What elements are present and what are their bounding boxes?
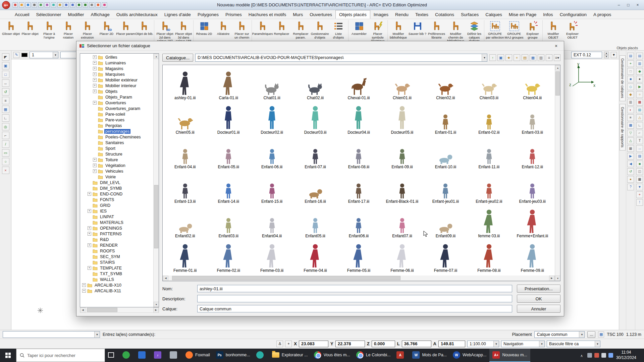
menu-item[interactable]: Textes	[412, 10, 432, 19]
tree-item[interactable]: + Ouvertures	[80, 100, 153, 106]
text-icon[interactable]: T	[636, 137, 643, 144]
tree-item[interactable]: Objets_Param	[80, 94, 153, 100]
menu-item[interactable]: Rendu	[392, 10, 412, 19]
options-icon[interactable]: ●	[627, 176, 634, 183]
network-icon[interactable]	[608, 353, 613, 358]
tree-item[interactable]: Sport	[80, 145, 153, 151]
ext-field[interactable]: EXT 0.12	[571, 52, 602, 58]
expander-icon[interactable]: +	[93, 158, 97, 162]
undo-icon[interactable]	[64, 2, 69, 7]
scroll-right-icon[interactable]: ▶	[549, 276, 554, 281]
view-3d-icon[interactable]: ◆	[636, 68, 643, 75]
zoom-extents-icon[interactable]: □	[2, 71, 9, 78]
chevron-down-icon[interactable]: ▾	[94, 331, 100, 338]
expander-icon[interactable]: +	[82, 289, 86, 293]
catalog-file[interactable]: Enfant-15.iii	[250, 170, 293, 204]
report-icon[interactable]: ▦	[627, 145, 634, 152]
help-icon[interactable]: ?	[627, 184, 634, 190]
catalog-file[interactable]: Enfant-13.iii	[163, 170, 207, 204]
tree-item[interactable]: personnages	[80, 128, 153, 134]
ribbon-button[interactable]: Remplacer	[272, 20, 291, 43]
ortho-icon[interactable]: ∟	[2, 114, 9, 122]
ribbon-button[interactable]: Placer objet 2d dans calque 187	[155, 20, 174, 43]
tree-item[interactable]: Pare-vues	[80, 117, 153, 123]
layer-off-icon[interactable]: □	[627, 68, 634, 75]
expander-icon[interactable]: +	[93, 84, 97, 87]
catalog-file[interactable]: Femme-06.iii	[380, 239, 424, 274]
osnap-icon[interactable]: ◎	[2, 123, 9, 130]
taskbar-app-button[interactable]: W WebAcapp...	[450, 349, 489, 362]
catalog-file[interactable]: Enfant-08.iii	[337, 135, 380, 170]
catalog-file[interactable]: Femme-02.iii	[207, 239, 250, 274]
catalog-file[interactable]: Docteur03.iii	[293, 101, 337, 135]
presentation-button[interactable]: Présentation...	[517, 285, 560, 293]
tree-item[interactable]: + Vehicules	[80, 168, 153, 174]
ribbon-button[interactable]: Définir les calques d'objets simples	[465, 20, 484, 43]
menu-item[interactable]: Hachures et motifs	[245, 10, 290, 19]
expander-icon[interactable]: +	[93, 61, 97, 65]
catalog-file[interactable]: Docteur02.iii	[250, 101, 293, 135]
tree-item[interactable]: Sanitaires	[80, 140, 153, 145]
expander-icon[interactable]: +	[93, 169, 97, 173]
catalog-file[interactable]: ashley-01.iii	[163, 66, 207, 101]
catalog-file[interactable]: Enfant07.iii	[380, 204, 424, 239]
expander-icon[interactable]: +	[93, 164, 97, 167]
import-icon[interactable]: ◀	[627, 161, 634, 167]
regen-icon[interactable]: ↺	[2, 88, 9, 96]
ribbon-button[interactable]: Placer symbole électrique	[369, 20, 388, 43]
current-color-swatch[interactable]	[21, 53, 28, 57]
tree-item[interactable]: + Magasins	[80, 66, 153, 71]
lock-layer-icon[interactable]: ◆	[627, 91, 634, 98]
catalog-file[interactable]: Cheval-01.i­ii	[337, 66, 380, 101]
catalog-file[interactable]: Enfant-16.iii	[293, 170, 337, 204]
tree-item[interactable]: + OPENINGS	[80, 225, 153, 231]
catalog-file[interactable]: Chien05.iii	[163, 101, 207, 135]
ribbon-button[interactable]: Paramétriques	[253, 20, 272, 43]
catalog-file[interactable]: Enfant-11.iii	[467, 135, 511, 170]
layer-list-icon[interactable]: ▤	[627, 53, 634, 59]
catalog-file[interactable]: Femme-04.iii	[293, 239, 337, 274]
layer-add-icon[interactable]: +	[627, 60, 634, 67]
menu-item[interactable]: Accueil	[11, 10, 33, 19]
cancel-button[interactable]: Annuler	[517, 305, 560, 313]
tree-item[interactable]: + ARCALIB-X10	[80, 282, 153, 288]
favorites-icon[interactable]: ★	[505, 54, 512, 61]
dim-icon[interactable]: ↔	[636, 145, 643, 152]
calque-combo[interactable]: Calque commun ▾	[534, 331, 585, 338]
catalog-file[interactable]: Enfant03.iii	[207, 204, 250, 239]
zoom-out-icon[interactable]	[83, 2, 88, 7]
settings2-icon[interactable]: +	[636, 191, 643, 198]
tree-item[interactable]: DIM_SYMB	[80, 185, 153, 191]
ribbon-button[interactable]: Placer à l'origine	[40, 20, 59, 43]
tree-item[interactable]: Pare-soleil	[80, 111, 153, 117]
tree-item[interactable]: Poeles-Cheminees	[80, 134, 153, 140]
expander-icon[interactable]: +	[88, 209, 91, 213]
ribbon-button[interactable]: Placer rotation	[59, 20, 78, 43]
catalog-file[interactable]: Femme-07.iii	[424, 239, 467, 274]
tree-item[interactable]: WALLS	[80, 277, 153, 282]
tree-item[interactable]: R&D	[80, 237, 153, 242]
ribbon-button[interactable]: Placer param	[116, 20, 135, 43]
menu-item[interactable]: Sélectionner	[33, 10, 65, 19]
catalog-file[interactable]: Enfant09.iii	[424, 204, 467, 239]
tree-item[interactable]: LINPAT	[80, 214, 153, 220]
scroll-left-icon[interactable]: ◀	[80, 307, 86, 313]
catalog-file[interactable]: Chat02.iii	[293, 66, 337, 101]
tree-item[interactable]: ROOFS	[80, 248, 153, 254]
taskbar-app-button[interactable]: Vous êtes m...	[311, 349, 353, 362]
grid-icon[interactable]	[89, 2, 94, 7]
catalog-file[interactable]: Chien02.iii	[424, 66, 467, 101]
spin-down-icon[interactable]: ▼	[604, 55, 609, 58]
tree-scrollbar-horizontal[interactable]: ◀ ▶	[80, 307, 159, 313]
list-view-icon[interactable]: ▥	[538, 54, 544, 61]
catalog-file[interactable]: Chien03.iii	[467, 66, 511, 101]
layer-on-icon[interactable]: ■	[627, 76, 634, 82]
catalog-file[interactable]: Chien04.iii	[511, 66, 554, 101]
chevron-down-icon[interactable]: ▾	[595, 341, 600, 347]
axes-toggle-icon[interactable]: +	[285, 341, 292, 347]
scroll-down-icon[interactable]: ▼	[154, 302, 159, 307]
scroll-right-icon[interactable]: ▶	[153, 307, 159, 313]
tree-item[interactable]: + Grilles	[80, 54, 153, 60]
zoom-in-icon[interactable]	[76, 2, 82, 7]
menu-item[interactable]: Polygones	[194, 10, 222, 19]
